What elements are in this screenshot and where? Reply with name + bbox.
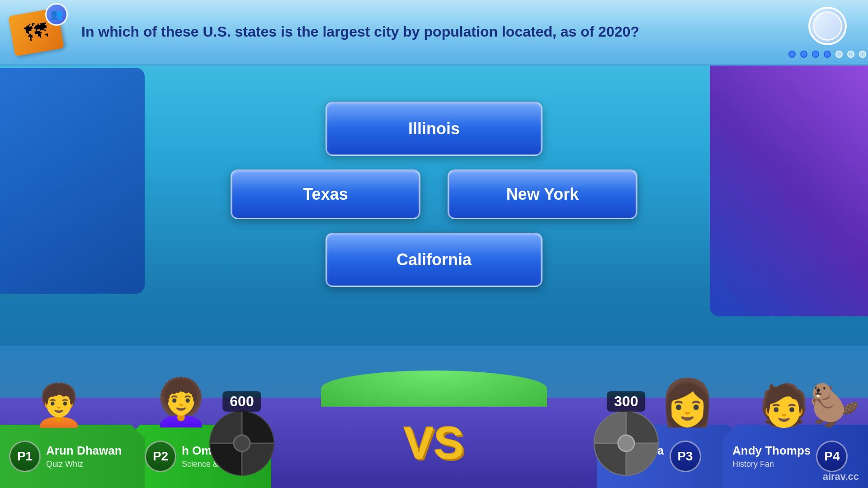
timer-area [796,7,859,58]
answer-california[interactable]: California [326,233,542,287]
player-number-p2: P2 [145,441,176,472]
watermark: airav.cc [823,471,859,483]
svg-point-3 [234,435,250,451]
dot-3 [812,51,819,58]
question-text: In which of these U.S. states is the lar… [72,23,796,42]
vs-container: VS [404,420,464,474]
vs-label: VS [404,420,464,465]
wheel-svg-left [208,409,276,477]
progress-dots [788,51,866,58]
dot-6 [847,51,854,58]
timer-circle [808,7,847,45]
players-area: P1 Arun Dhawan Quiz Whiz P2 h Omenma Sci… [0,398,868,488]
score-value-team1: 600 [222,391,261,412]
answer-texas[interactable]: Texas [231,169,420,219]
question-header: In which of these U.S. states is the lar… [0,0,868,66]
dot-4 [824,51,831,58]
dot-1 [788,51,796,58]
score-wheel-right: 300 [592,409,660,479]
player-card-p1: P1 Arun Dhawan Quiz Whiz [0,425,145,488]
score-value-team2: 300 [607,391,645,412]
answers-area: Illinois Texas New York California [0,68,868,321]
score-wheel-left: 600 [208,409,276,479]
dot-7 [859,51,866,58]
wheel-svg-right [592,409,660,477]
svg-point-7 [618,435,634,451]
avatar-p1: 🧑‍🦱 [32,348,86,429]
timer-inner [813,11,842,41]
player-name-p1: Arun Dhawan [46,444,122,458]
category-badge [45,3,68,26]
dot-2 [800,51,807,58]
dot-5 [835,51,843,58]
player-subtitle-p4: History Fan [732,460,811,469]
answer-illinois[interactable]: Illinois [326,102,542,156]
player-number-p1: P1 [9,441,41,472]
answers-row-2: Texas New York [231,169,637,219]
player-info-p1: Arun Dhawan Quiz Whiz [46,444,122,469]
answers-row-3: California [326,233,542,287]
player-name-p4: Andy Thomps [732,444,811,458]
header-icon-area [0,0,72,65]
player-number-p3: P3 [670,441,701,472]
player-number-p4: P4 [816,441,848,472]
answers-row-1: Illinois [326,102,542,156]
player-subtitle-p1: Quiz Whiz [46,460,122,469]
avatar-p3: 👩 [656,339,719,429]
player-info-p4: Andy Thomps History Fan [732,444,811,469]
avatar-p4: 🧑‍🦫 [782,348,836,429]
avatar-p2: 👩‍🦱 [149,339,212,429]
answer-new-york[interactable]: New York [448,169,637,219]
